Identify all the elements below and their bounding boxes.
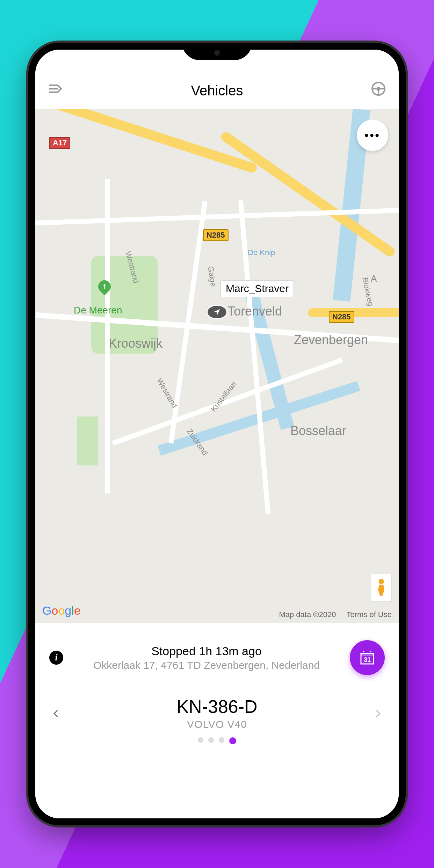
vehicle-info: KN-386-D VOLVO V40 [176,696,257,730]
road-badge-n285: N285 [329,311,354,323]
calendar-button[interactable]: 31 [350,640,385,675]
page-dot[interactable] [198,737,203,743]
info-icon[interactable]: i [49,651,63,665]
steering-wheel-icon[interactable] [369,79,388,99]
more-options-button[interactable]: ••• [357,120,388,151]
map-label: Bosselaar [290,424,346,438]
map-label: De Knip [248,248,275,257]
prev-vehicle-button[interactable] [49,704,63,722]
road-badge-a17: A17 [49,137,70,149]
vehicle-selector: KN-386-D VOLVO V40 [49,696,385,730]
menu-icon[interactable] [46,79,65,99]
road-badge-n285: N285 [203,229,229,241]
map-label: Krooswijk [109,336,162,351]
screen: Vehicles A17 N285 [35,50,399,818]
header-bar: Vehicles [35,50,399,109]
map-view[interactable]: A17 N285 N285 De Meeren Torenveld Kroosw… [35,109,399,623]
page-dot[interactable] [208,737,214,743]
page-dot[interactable] [219,737,224,743]
map-label: Zevenbergen [294,333,368,347]
page-title: Vehicles [191,83,243,99]
vehicle-status: Stopped 1h 13m ago [74,644,339,658]
vehicle-marker-label: Marc_Straver [220,280,294,297]
location-arrow-icon [207,305,227,319]
streetview-pegman-icon[interactable] [371,574,392,602]
map-label: A [371,273,377,284]
bottom-panel: i Stopped 1h 13m ago Okkerlaak 17, 4761 … [35,623,399,818]
map-attribution: Map data ©2020Terms of Use [268,610,392,619]
terms-link[interactable]: Terms of Use [346,610,392,619]
next-vehicle-button[interactable] [371,704,385,722]
page-dot-active[interactable] [229,737,236,744]
status-row: i Stopped 1h 13m ago Okkerlaak 17, 4761 … [49,640,385,675]
google-logo: Google [42,604,81,617]
vehicle-model: VOLVO V40 [176,718,257,730]
map-label: Torenveld [227,304,282,319]
map-label: Galge [206,266,218,287]
page-indicator [49,737,385,744]
map-park [77,417,98,465]
park-marker-icon [98,280,111,293]
phone-frame: Vehicles A17 N285 [28,43,406,825]
map-label-park: De Meeren [74,305,122,316]
status-text: Stopped 1h 13m ago Okkerlaak 17, 4761 TD… [74,644,339,671]
svg-text:31: 31 [364,656,371,663]
svg-point-1 [377,87,380,90]
vehicle-address: Okkerlaak 17, 4761 TD Zevenbergen, Neder… [74,659,339,671]
svg-point-2 [379,579,384,584]
svg-rect-3 [361,653,374,656]
license-plate: KN-386-D [176,696,257,717]
